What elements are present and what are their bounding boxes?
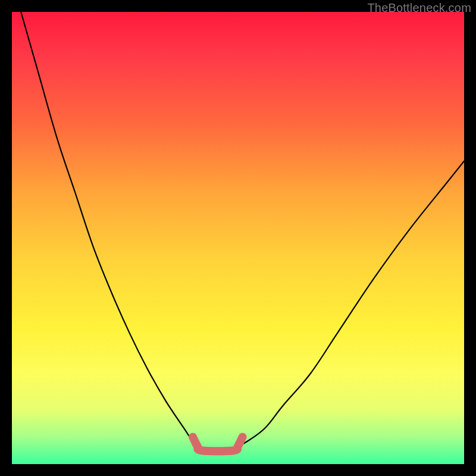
left-curve <box>21 12 197 446</box>
right-curve <box>238 161 464 446</box>
plot-area <box>12 12 464 464</box>
trough-highlight <box>193 437 243 451</box>
chart-frame: TheBottleneck.com <box>0 0 476 476</box>
watermark-text: TheBottleneck.com <box>367 1 471 15</box>
plot-svg <box>12 12 464 464</box>
